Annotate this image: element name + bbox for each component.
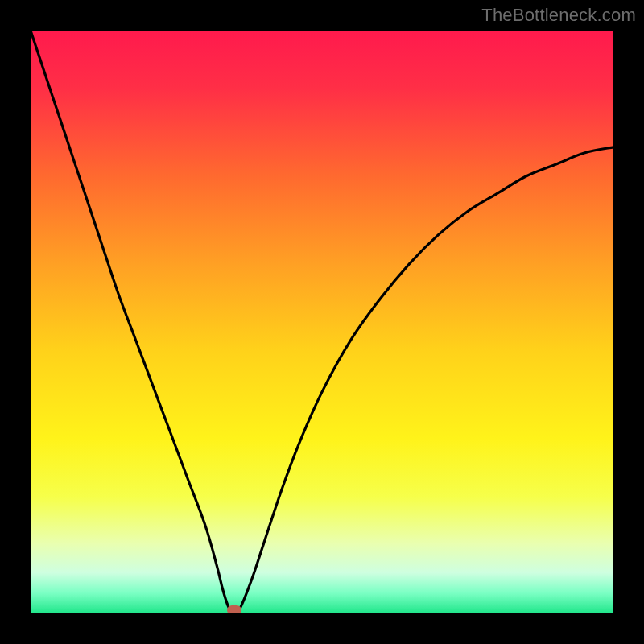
optimum-marker xyxy=(227,605,242,613)
watermark-text: TheBottleneck.com xyxy=(481,5,636,26)
bottleneck-curve xyxy=(31,31,613,613)
plot-area xyxy=(31,31,613,613)
curve-layer xyxy=(31,31,613,613)
chart-frame: TheBottleneck.com xyxy=(0,0,644,644)
